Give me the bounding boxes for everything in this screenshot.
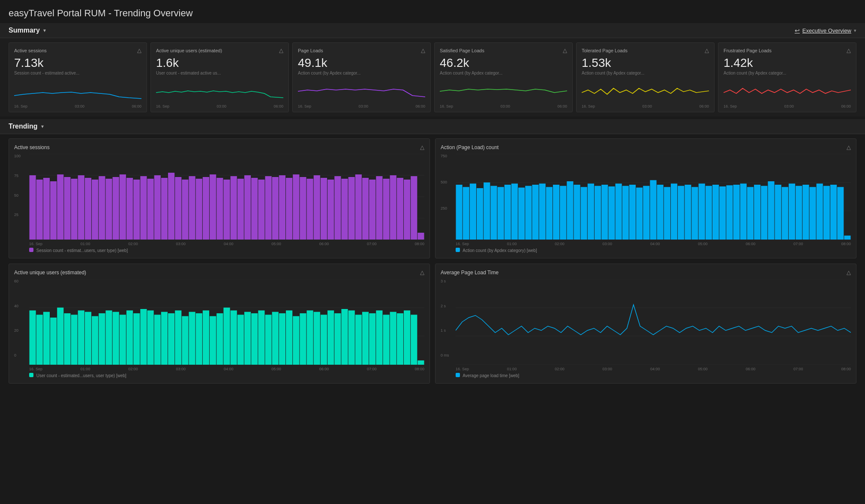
card-subtitle-tolerated: Action count (by Apdex categor... xyxy=(582,71,709,75)
svg-rect-112 xyxy=(775,185,781,240)
svg-rect-121 xyxy=(837,187,844,240)
svg-rect-32 xyxy=(216,178,223,240)
svg-rect-23 xyxy=(154,175,161,240)
chart-canvas-avg-load-time xyxy=(456,279,851,366)
svg-rect-8 xyxy=(50,181,57,240)
svg-rect-35 xyxy=(237,179,244,240)
alert-icon-unique-users[interactable]: △ xyxy=(279,47,283,54)
svg-rect-19 xyxy=(126,178,133,240)
chart-alert-avg-load-time[interactable]: △ xyxy=(847,269,851,276)
svg-rect-82 xyxy=(567,181,573,240)
chart-area-avg-load-time: 3 s2 s1 s0 ms xyxy=(441,279,851,366)
svg-rect-78 xyxy=(539,183,546,240)
svg-rect-158 xyxy=(244,312,251,365)
svg-rect-171 xyxy=(334,313,341,365)
svg-rect-71 xyxy=(490,186,497,240)
svg-rect-99 xyxy=(685,185,691,240)
alert-icon-active-sessions[interactable]: △ xyxy=(137,47,141,54)
card-value-tolerated: 1.53k xyxy=(582,56,709,70)
svg-rect-13 xyxy=(85,178,91,240)
svg-rect-27 xyxy=(182,180,188,240)
card-title-tolerated: Tolerated Page Loads xyxy=(582,48,628,53)
svg-rect-38 xyxy=(258,180,264,240)
svg-rect-77 xyxy=(532,185,538,240)
svg-rect-49 xyxy=(334,176,341,240)
svg-rect-43 xyxy=(293,174,299,240)
bar-chart-action-count xyxy=(456,154,851,240)
summary-cards-container: Active sessions △ 7.13k Session count - … xyxy=(0,38,865,117)
summary-card-active-sessions: Active sessions △ 7.13k Session count - … xyxy=(9,42,147,112)
svg-rect-169 xyxy=(321,315,327,365)
svg-rect-31 xyxy=(210,174,216,240)
svg-rect-12 xyxy=(78,175,84,240)
svg-rect-34 xyxy=(231,176,237,240)
card-value-unique-users: 1.6k xyxy=(156,56,283,70)
svg-rect-137 xyxy=(99,313,105,365)
svg-rect-177 xyxy=(376,310,382,365)
svg-rect-132 xyxy=(64,313,70,365)
svg-rect-157 xyxy=(237,315,244,365)
svg-rect-154 xyxy=(216,313,223,365)
alert-icon-page-loads[interactable]: △ xyxy=(421,47,425,54)
svg-rect-164 xyxy=(286,310,292,365)
chart-panel-action-count: Action (Page Load) count △ 750500250 xyxy=(435,138,856,258)
svg-rect-173 xyxy=(348,310,355,365)
trending-chevron-icon[interactable]: ▾ xyxy=(41,123,44,129)
chart-alert-action-count[interactable]: △ xyxy=(847,144,851,150)
chart-panel-avg-load-time: Average Page Load Time △ 3 s2 s1 s0 ms xyxy=(435,264,856,384)
summary-chevron-icon[interactable]: ▾ xyxy=(43,27,46,33)
card-title-unique-users: Active unique users (estimated) xyxy=(156,48,222,53)
svg-rect-117 xyxy=(809,187,816,240)
chart-x-labels-action-count: 16. Sep01:0002:0003:0004:0005:0006:0007:… xyxy=(456,242,851,246)
svg-rect-141 xyxy=(126,310,133,365)
svg-rect-93 xyxy=(643,186,649,240)
alert-icon-frustrated[interactable]: △ xyxy=(847,47,851,54)
svg-rect-92 xyxy=(636,188,643,240)
chart-area-unique-users: 6040200 xyxy=(14,279,424,366)
summary-card-active-unique-users: Active unique users (estimated) △ 1.6k U… xyxy=(150,42,289,112)
chart-panel-active-sessions: Active sessions △ 100755025 xyxy=(9,138,430,258)
executive-overview-chevron[interactable]: ▾ xyxy=(854,28,856,33)
svg-rect-50 xyxy=(341,179,348,240)
trending-title: Trending xyxy=(9,123,38,130)
svg-rect-7 xyxy=(43,178,50,240)
svg-rect-113 xyxy=(782,187,788,240)
card-subtitle-satisfied: Action count (by Apdex categor... xyxy=(440,71,567,75)
svg-rect-40 xyxy=(272,177,279,240)
svg-rect-94 xyxy=(650,180,656,240)
chart-alert-unique-users[interactable]: △ xyxy=(420,269,424,276)
svg-rect-152 xyxy=(203,310,209,365)
svg-rect-129 xyxy=(43,312,50,365)
executive-overview-link[interactable]: ↩ Executive Overview xyxy=(795,27,851,34)
svg-rect-61 xyxy=(417,233,424,240)
svg-rect-181 xyxy=(404,310,410,365)
svg-rect-128 xyxy=(36,315,43,365)
svg-rect-102 xyxy=(706,186,712,240)
svg-rect-53 xyxy=(362,178,369,240)
svg-rect-104 xyxy=(719,186,726,240)
card-value-active-sessions: 7.13k xyxy=(14,56,141,70)
card-subtitle-page-loads: Action count (by Apdex categor... xyxy=(298,71,425,75)
chart-panel-title-active-sessions: Active sessions xyxy=(14,144,50,150)
svg-rect-72 xyxy=(498,187,504,240)
svg-rect-60 xyxy=(411,176,417,240)
svg-rect-95 xyxy=(657,185,664,240)
chart-alert-active-sessions[interactable]: △ xyxy=(420,144,424,150)
svg-rect-142 xyxy=(133,313,140,365)
svg-rect-118 xyxy=(817,183,823,240)
svg-rect-150 xyxy=(189,312,195,365)
svg-rect-110 xyxy=(761,186,767,240)
svg-rect-80 xyxy=(553,185,559,240)
svg-rect-135 xyxy=(85,312,91,365)
svg-rect-33 xyxy=(223,180,230,240)
svg-rect-131 xyxy=(57,308,63,365)
svg-rect-24 xyxy=(161,178,168,240)
alert-icon-satisfied[interactable]: △ xyxy=(563,47,567,54)
svg-rect-30 xyxy=(203,177,209,240)
svg-rect-25 xyxy=(168,173,174,240)
alert-icon-tolerated[interactable]: △ xyxy=(705,47,709,54)
svg-rect-90 xyxy=(622,186,629,240)
svg-rect-178 xyxy=(383,315,389,365)
svg-rect-98 xyxy=(678,186,684,240)
svg-rect-182 xyxy=(411,315,417,365)
